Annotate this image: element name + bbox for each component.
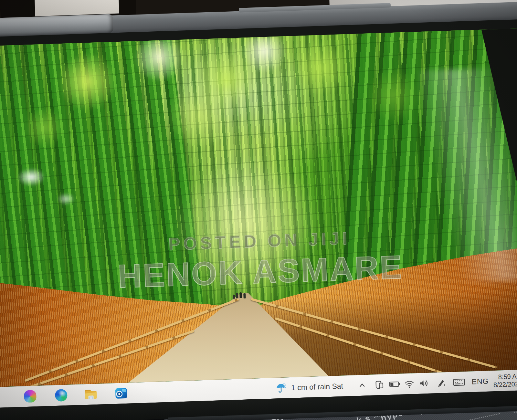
- your-phone-icon[interactable]: [374, 374, 385, 395]
- pen-icon[interactable]: [435, 372, 447, 393]
- taskbar-icon-edge[interactable]: [55, 385, 68, 406]
- taskbar-icon-outlook[interactable]: [114, 383, 128, 404]
- taskbar-clock[interactable]: 8:59 AM 8/22/2025: [491, 370, 517, 391]
- wifi-icon[interactable]: [404, 373, 415, 394]
- person-silhouette: [239, 292, 242, 298]
- battery-icon[interactable]: [389, 374, 401, 395]
- volume-icon[interactable]: [418, 373, 430, 394]
- laptop: POSTED ON JIJI HENOK ASMARE: [0, 0, 517, 420]
- clock-date: 8/22/2025: [493, 380, 517, 389]
- taskbar-weather-widget[interactable]: 1 cm of rain Sat: [275, 376, 343, 399]
- language-indicator[interactable]: ENG: [471, 371, 489, 392]
- taskbar-icon-file-explorer[interactable]: [84, 384, 98, 405]
- desktop-wallpaper: POSTED ON JIJI HENOK ASMARE: [0, 28, 517, 387]
- file-explorer-icon: [84, 388, 98, 401]
- copilot-icon: [24, 390, 37, 403]
- person-silhouette: [236, 293, 238, 298]
- weather-text: 1 cm of rain Sat: [291, 382, 343, 392]
- person-silhouette: [243, 293, 246, 298]
- umbrella-rain-icon: [275, 382, 287, 394]
- laptop-photo: Ctrl +B Qu eck s hyper format mat: [0, 0, 517, 420]
- hidden-icons-chevron-icon[interactable]: [357, 375, 367, 396]
- person-silhouette: [233, 295, 235, 299]
- outlook-icon: [115, 387, 128, 400]
- edge-icon: [55, 389, 68, 402]
- clock-time: 8:59 AM: [498, 372, 517, 381]
- touch-keyboard-icon[interactable]: [453, 372, 466, 393]
- taskbar-icon-copilot[interactable]: [24, 386, 37, 407]
